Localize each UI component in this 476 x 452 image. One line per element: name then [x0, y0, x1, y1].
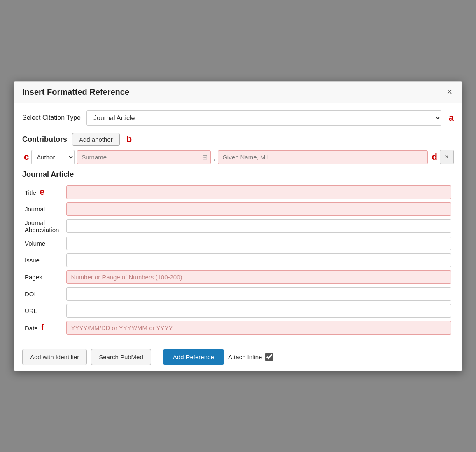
field-label-journal: Journal — [22, 201, 64, 218]
title-input[interactable] — [66, 185, 451, 199]
surname-input[interactable] — [77, 150, 211, 164]
table-row: Date f — [22, 319, 454, 336]
attach-inline-text: Attach Inline — [228, 354, 262, 361]
doi-input[interactable] — [66, 287, 451, 301]
badge-a: a — [449, 112, 454, 123]
field-label-pages: Pages — [22, 269, 64, 286]
table-row: Journal Abbreviation — [22, 218, 454, 235]
table-row: Pages — [22, 269, 454, 286]
dialog-footer: Add with Identifier Search PubMed Add Re… — [14, 343, 462, 371]
journal-abbreviation-input[interactable] — [66, 219, 451, 233]
field-label-title: Title e — [22, 184, 64, 201]
table-row: Issue — [22, 252, 454, 269]
contributor-row: c Author Editor Translator ⊞ , d × — [22, 150, 454, 164]
insert-reference-dialog: Insert Formatted Reference × Select Cita… — [14, 81, 462, 371]
contributors-label: Contributors — [22, 135, 67, 144]
dialog-title: Insert Formatted Reference — [22, 87, 129, 97]
field-cell-journal — [64, 201, 454, 218]
field-label-journal-abbrev: Journal Abbreviation — [22, 218, 64, 235]
dialog-body: Select Citation Type Journal Article Boo… — [14, 103, 462, 343]
field-cell-pages — [64, 269, 454, 286]
remove-contributor-button[interactable]: × — [440, 150, 454, 164]
close-button[interactable]: × — [445, 87, 454, 96]
field-cell-volume — [64, 235, 454, 252]
attach-inline-checkbox[interactable] — [265, 353, 273, 361]
field-label-url: URL — [22, 302, 64, 319]
table-row: DOI — [22, 286, 454, 302]
field-cell-url — [64, 302, 454, 319]
volume-input[interactable] — [66, 237, 451, 250]
surname-wrapper: ⊞ — [77, 150, 211, 164]
issue-input[interactable] — [66, 253, 451, 267]
field-cell-doi — [64, 286, 454, 302]
badge-b: b — [126, 134, 132, 145]
field-label-date: Date f — [22, 319, 64, 336]
table-row: Volume — [22, 235, 454, 252]
contributors-section: Contributors Add another b c Author Edit… — [22, 133, 454, 164]
field-label-volume: Volume — [22, 235, 64, 252]
field-cell-journal-abbrev — [64, 218, 454, 235]
table-row: URL — [22, 302, 454, 319]
table-row: Journal — [22, 201, 454, 218]
field-cell-issue — [64, 252, 454, 269]
comma-separator: , — [213, 153, 215, 162]
citation-type-row: Select Citation Type Journal Article Boo… — [22, 110, 454, 126]
search-pubmed-button[interactable]: Search PubMed — [91, 349, 151, 365]
field-label-issue: Issue — [22, 252, 64, 269]
dialog-header: Insert Formatted Reference × — [14, 82, 462, 103]
pages-input[interactable] — [66, 270, 451, 284]
field-cell-title — [64, 184, 454, 201]
add-another-button[interactable]: Add another — [72, 133, 120, 146]
journal-article-section: Journal Article Title e Journal — [22, 170, 454, 336]
badge-d: d — [432, 152, 437, 162]
citation-type-label: Select Citation Type — [22, 114, 81, 122]
attach-inline-label[interactable]: Attach Inline — [228, 353, 274, 361]
given-name-input[interactable] — [218, 150, 427, 164]
field-label-doi: DOI — [22, 286, 64, 302]
add-reference-button[interactable]: Add Reference — [163, 349, 224, 365]
address-card-icon: ⊞ — [202, 153, 208, 161]
badge-e: e — [40, 187, 44, 197]
field-cell-date — [64, 319, 454, 336]
author-role-select[interactable]: Author Editor Translator — [31, 150, 75, 164]
journal-input[interactable] — [66, 202, 451, 216]
add-with-identifier-button[interactable]: Add with Identifier — [22, 349, 87, 365]
badge-c: c — [24, 152, 29, 162]
fields-table: Title e Journal — [22, 184, 454, 336]
url-input[interactable] — [66, 304, 451, 318]
citation-type-select[interactable]: Journal Article Book Book Section Websit… — [86, 110, 441, 126]
date-input[interactable] — [66, 321, 451, 335]
journal-article-title: Journal Article — [22, 170, 454, 179]
table-row: Title e — [22, 184, 454, 201]
footer-divider — [157, 349, 157, 364]
contributors-header: Contributors Add another b — [22, 133, 454, 146]
badge-f: f — [41, 322, 44, 333]
